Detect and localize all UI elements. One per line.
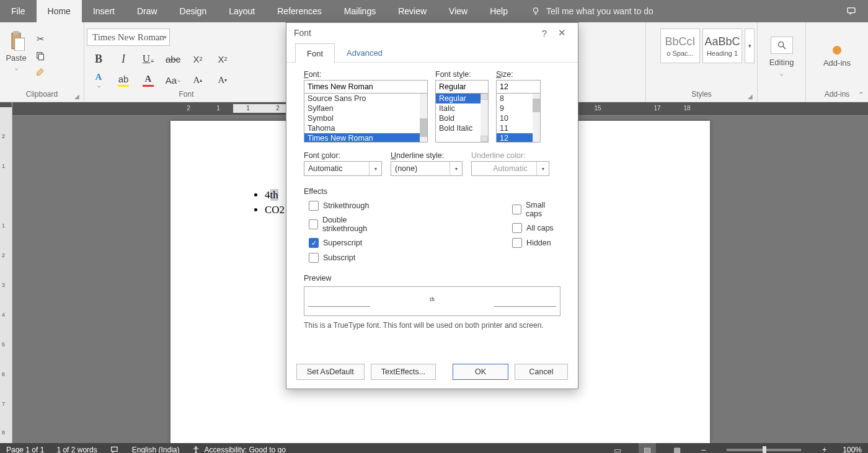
underline-style-label: Underline style: [391, 151, 463, 160]
underline-color-label: Underline color: [471, 151, 549, 160]
svg-rect-6 [38, 54, 43, 59]
status-page[interactable]: Page 1 of 1 [6, 446, 44, 453]
superscript-checkbox[interactable]: ✓Superscript [309, 238, 388, 248]
font-field-label: Font: [304, 70, 428, 79]
strikethrough-checkbox[interactable]: Strikethrough [309, 201, 388, 211]
status-bar: Page 1 of 1 1 of 2 words English (India)… [0, 443, 868, 453]
all-caps-checkbox[interactable]: All caps [512, 223, 560, 233]
font-name-input[interactable] [304, 80, 428, 94]
collapse-ribbon[interactable]: ⌃ [858, 90, 864, 99]
preview-box: th [304, 286, 560, 316]
comments-icon[interactable] [835, 6, 868, 16]
font-list[interactable]: Source Sans Pro Sylfaen Symbol Tahoma Ti… [304, 93, 428, 143]
copy-button[interactable] [35, 51, 45, 61]
dialog-tab-font[interactable]: Font [295, 43, 335, 63]
bold-button[interactable]: B [89, 51, 108, 67]
style-heading-1[interactable]: AaBbC Heading 1 [702, 29, 742, 63]
dialog-title: Font [294, 28, 311, 38]
font-option-selected[interactable]: Times New Roman [304, 133, 427, 143]
tab-references[interactable]: References [266, 0, 333, 22]
tell-me-search[interactable] [519, 6, 681, 17]
font-size-label: Size: [496, 70, 541, 79]
status-accessibility[interactable]: Accessibility: Good to go [192, 446, 285, 453]
text-effects-button[interactable]: Text Effects... [371, 364, 436, 380]
ok-button[interactable]: OK [453, 364, 508, 380]
font-option[interactable]: Tahoma [304, 123, 427, 133]
search-input[interactable] [545, 6, 681, 17]
spellcheck-icon[interactable] [110, 446, 120, 453]
tab-file[interactable]: File [0, 0, 37, 22]
font-style-list[interactable]: Regular Italic Bold Bold Italic [435, 93, 489, 143]
svg-rect-4 [15, 38, 25, 51]
dialog-tab-advanced[interactable]: Advanced [335, 43, 394, 63]
editing-label[interactable]: Editing [769, 58, 794, 67]
svg-rect-1 [848, 8, 855, 13]
tab-draw[interactable]: Draw [126, 0, 169, 22]
font-color-label: Font color: [304, 151, 382, 160]
format-painter-button[interactable] [35, 67, 45, 77]
view-web-layout[interactable]: ▦ [668, 443, 686, 453]
addins-icon[interactable] [833, 46, 841, 55]
tab-design[interactable]: Design [169, 0, 218, 22]
font-name-combo[interactable]: Times New Roman ▾ [87, 29, 170, 46]
font-size-list[interactable]: 8 9 10 11 12 [496, 93, 541, 143]
dialog-close-icon[interactable]: ✕ [553, 27, 570, 38]
superscript-button[interactable]: X2 [213, 51, 232, 67]
small-caps-checkbox[interactable]: Small caps [512, 201, 560, 218]
paste-button[interactable]: Paste ⌵ [2, 29, 30, 71]
tab-review[interactable]: Review [387, 0, 438, 22]
zoom-value[interactable]: 100% [843, 446, 862, 453]
zoom-in[interactable]: + [818, 446, 830, 453]
view-print-layout[interactable]: ▤ [639, 443, 656, 453]
paste-label: Paste [6, 53, 26, 63]
font-option[interactable]: Symbol [304, 113, 427, 123]
styles-expand[interactable]: ▾ [745, 29, 755, 63]
subscript-checkbox[interactable]: Subscript [309, 253, 388, 263]
underline-style-select[interactable]: (none)▾ [391, 161, 463, 176]
clipboard-launcher[interactable]: ◢ [73, 92, 81, 100]
font-color-select[interactable]: Automatic▾ [304, 161, 382, 176]
highlight-button[interactable]: ab [114, 72, 133, 88]
font-dialog: Font ? ✕ Font Advanced Font: Source Sans… [286, 22, 578, 389]
tab-home[interactable]: Home [37, 0, 82, 22]
styles-launcher[interactable]: ◢ [746, 92, 755, 100]
svg-rect-3 [13, 31, 19, 35]
font-style-input[interactable] [435, 80, 489, 94]
strikethrough-button[interactable]: abc [164, 51, 182, 67]
italic-button[interactable]: I [114, 51, 133, 67]
svg-point-0 [534, 8, 538, 12]
find-button[interactable] [771, 37, 793, 54]
tab-insert[interactable]: Insert [82, 0, 126, 22]
font-option[interactable]: Source Sans Pro [304, 94, 427, 103]
font-size-input[interactable] [496, 80, 541, 94]
cut-button[interactable]: ✂ [37, 33, 45, 45]
tab-mailings[interactable]: Mailings [333, 0, 387, 22]
group-label-addins: Add-ins [808, 88, 866, 100]
status-words[interactable]: 1 of 2 words [56, 446, 97, 453]
shrink-font-button[interactable]: A▾ [213, 72, 232, 88]
subscript-button[interactable]: X2 [188, 51, 207, 67]
group-label-styles: Styles [649, 88, 755, 100]
double-strikethrough-checkbox[interactable]: Double strikethrough [309, 216, 388, 233]
font-option[interactable]: Sylfaen [304, 103, 427, 113]
hidden-checkbox[interactable]: Hidden [512, 238, 560, 248]
zoom-slider[interactable] [727, 449, 801, 451]
tab-help[interactable]: Help [479, 0, 519, 22]
dialog-help-icon[interactable]: ? [536, 28, 553, 38]
addins-button[interactable]: Add-ins [823, 58, 851, 68]
zoom-out[interactable]: – [698, 446, 710, 453]
svg-rect-8 [112, 447, 117, 451]
tab-view[interactable]: View [438, 0, 479, 22]
set-as-default-button[interactable]: Set As Default [296, 364, 365, 380]
grow-font-button[interactable]: A▴ [188, 72, 207, 88]
style-no-spacing[interactable]: BbCcI o Spac... [660, 29, 700, 63]
tab-layout[interactable]: Layout [218, 0, 266, 22]
status-language[interactable]: English (India) [132, 446, 180, 453]
vertical-ruler[interactable]: 2 1 1 2 3 4 5 6 7 8 [0, 102, 12, 443]
font-color-button[interactable]: A [139, 72, 157, 88]
underline-button[interactable]: U⌵ [139, 51, 157, 67]
view-read-mode[interactable]: ▭ [609, 443, 626, 453]
change-case-button[interactable]: Aa⌵ [164, 72, 182, 88]
cancel-button[interactable]: Cancel [515, 364, 568, 380]
text-effects-button[interactable]: A⌵ [89, 72, 108, 88]
